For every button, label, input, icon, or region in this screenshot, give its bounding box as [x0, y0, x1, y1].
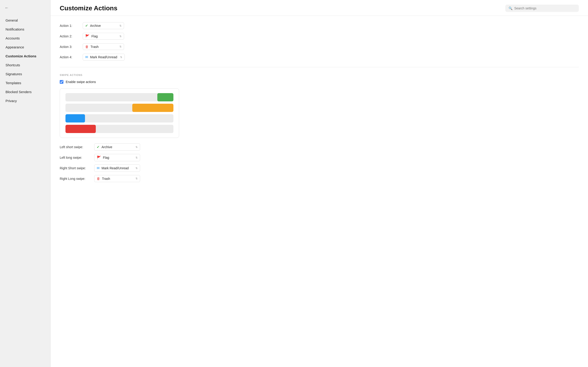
back-button[interactable]: ← [0, 6, 50, 16]
swipe-row-label-4: Right Long swipe: [60, 177, 94, 181]
sidebar-item-blocked-senders[interactable]: Blocked Senders [0, 87, 50, 96]
page-title: Customize Actions [60, 5, 117, 12]
swipe-select-2[interactable]: Flag [103, 156, 133, 159]
swipe-select-wrapper-4[interactable]: 🗑Trash⇅ [94, 175, 140, 182]
swipe-bar-fill-4 [65, 125, 96, 133]
swipe-select-wrapper-3[interactable]: ✉Mark Read/Unread⇅ [94, 165, 140, 172]
swipe-row-3: Right Short swipe:✉Mark Read/Unread⇅ [60, 165, 579, 172]
search-input[interactable] [514, 6, 576, 10]
sidebar-item-privacy[interactable]: Privacy [0, 96, 50, 105]
sidebar-nav: GeneralNotificationsAccountsAppearanceCu… [0, 16, 50, 105]
action-row-2: Action 2:🚩Flag⇅ [60, 33, 579, 40]
sidebar-item-notifications[interactable]: Notifications [0, 25, 50, 34]
action-icon-4: ✉ [85, 55, 88, 59]
swipe-bar-right-long [65, 125, 173, 133]
swipe-bar-left-long [65, 104, 173, 112]
swipe-arrows-2: ⇅ [136, 156, 138, 159]
swipe-arrows-3: ⇅ [136, 167, 138, 170]
swipe-row-label-3: Right Short swipe: [60, 166, 94, 170]
action-select-2[interactable]: Flag [91, 34, 117, 38]
action-select-4[interactable]: Mark Read/Unread [90, 55, 117, 59]
swipe-icon-1: ✔ [97, 145, 100, 149]
swipe-bar-fill-2 [132, 104, 173, 112]
swipe-enable-row: Enable swipe actions [60, 80, 579, 84]
action-label-3: Action 3: [60, 45, 83, 49]
actions-section: Action 1:✔Archive⇅Action 2:🚩Flag⇅Action … [60, 16, 579, 67]
swipe-arrows-4: ⇅ [136, 177, 138, 180]
swipe-select-wrapper-2[interactable]: 🚩Flag⇅ [94, 154, 140, 161]
swipe-arrows-1: ⇅ [136, 146, 138, 149]
updown-arrows-3: ⇅ [120, 45, 121, 48]
action-row-4: Action 4:✉Mark Read/Unread⇅ [60, 54, 579, 60]
swipe-bar-fill-1 [157, 93, 174, 101]
swipe-bar-left-short [65, 93, 173, 101]
action-row-3: Action 3:🗑Trash⇅ [60, 43, 579, 50]
swipe-row-label-2: Left long swipe: [60, 156, 94, 159]
action-select-1[interactable]: Archive [90, 24, 117, 27]
action-icon-2: 🚩 [85, 34, 90, 38]
sidebar-item-shortcuts[interactable]: Shortcuts [0, 60, 50, 69]
action-select-wrapper-4[interactable]: ✉Mark Read/Unread⇅ [83, 54, 125, 60]
sidebar-item-accounts[interactable]: Accounts [0, 34, 50, 43]
updown-arrows-4: ⇅ [120, 56, 122, 59]
swipe-subtitle: SWIPE ACTIONS [60, 74, 579, 76]
content-area: Action 1:✔Archive⇅Action 2:🚩Flag⇅Action … [51, 16, 588, 367]
search-box[interactable]: 🔍 [505, 5, 579, 12]
updown-arrows-2: ⇅ [120, 35, 121, 38]
swipe-icon-3: ✉ [97, 166, 100, 170]
swipe-select-1[interactable]: Archive [102, 145, 133, 149]
swipe-select-wrapper-1[interactable]: ✔Archive⇅ [94, 143, 140, 151]
swipe-icon-4: 🗑 [97, 177, 100, 181]
swipe-bar-right-short [65, 114, 173, 123]
swipe-select-4[interactable]: Trash [102, 177, 133, 181]
swipe-row-2: Left long swipe:🚩Flag⇅ [60, 154, 579, 161]
swipe-bar-fill-3 [65, 114, 85, 123]
action-label-4: Action 4: [60, 55, 83, 59]
swipe-row-1: Left short swipe:✔Archive⇅ [60, 143, 579, 151]
swipe-enable-checkbox[interactable] [60, 80, 63, 84]
sidebar-item-signatures[interactable]: Signatures [0, 69, 50, 78]
sidebar-item-templates[interactable]: Templates [0, 78, 50, 87]
updown-arrows-1: ⇅ [120, 24, 121, 27]
swipe-settings: Left short swipe:✔Archive⇅Left long swip… [60, 143, 579, 182]
action-label-2: Action 2: [60, 34, 83, 38]
swipe-icon-2: 🚩 [97, 156, 101, 160]
main-content: Customize Actions 🔍 Action 1:✔Archive⇅Ac… [51, 0, 588, 367]
swipe-enable-label: Enable swipe actions [66, 80, 96, 84]
action-icon-3: 🗑 [85, 45, 89, 49]
action-select-wrapper-2[interactable]: 🚩Flag⇅ [83, 33, 124, 40]
action-row-1: Action 1:✔Archive⇅ [60, 22, 579, 29]
action-icon-1: ✔ [85, 24, 88, 28]
swipe-select-3[interactable]: Mark Read/Unread [102, 166, 133, 170]
search-icon: 🔍 [509, 6, 512, 10]
swipe-row-label-1: Left short swipe: [60, 145, 94, 149]
header: Customize Actions 🔍 [51, 0, 588, 16]
action-label-1: Action 1: [60, 24, 83, 27]
swipe-section: SWIPE ACTIONS Enable swipe actions [60, 67, 579, 189]
action-select-wrapper-1[interactable]: ✔Archive⇅ [83, 22, 124, 29]
sidebar-item-appearance[interactable]: Appearance [0, 43, 50, 52]
action-select-wrapper-3[interactable]: 🗑Trash⇅ [83, 43, 124, 50]
sidebar-item-customize-actions[interactable]: Customize Actions [0, 52, 50, 60]
sidebar: ← GeneralNotificationsAccountsAppearance… [0, 0, 51, 367]
swipe-demo [60, 88, 179, 138]
sidebar-item-general[interactable]: General [0, 16, 50, 25]
swipe-row-4: Right Long swipe:🗑Trash⇅ [60, 175, 579, 182]
back-arrow-icon: ← [5, 6, 9, 10]
action-select-3[interactable]: Trash [90, 45, 117, 49]
